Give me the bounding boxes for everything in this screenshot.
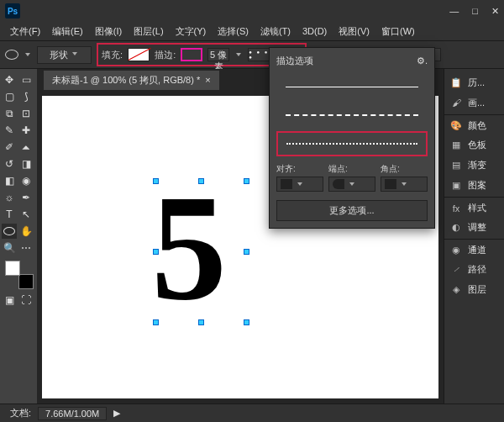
panel-adjustments[interactable]: ◐调整 [444, 217, 504, 237]
corners-icon [385, 179, 396, 189]
close-button[interactable]: ✕ [491, 6, 499, 17]
edit-toolbar[interactable]: ⋯ [18, 240, 34, 256]
panel-layers[interactable]: ◈图层 [444, 279, 504, 299]
status-arrow-icon[interactable]: ▶ [113, 408, 120, 419]
crop-tool[interactable]: ⧉ [2, 106, 17, 121]
stroke-style-dotted[interactable] [276, 131, 428, 156]
transform-handle[interactable] [244, 178, 249, 184]
move-tool[interactable]: ✥ [2, 72, 17, 87]
menu-text[interactable]: 文字(Y) [171, 24, 212, 40]
zoom-tool[interactable]: 🔍 [2, 240, 17, 256]
menu-window[interactable]: 窗口(W) [376, 24, 420, 40]
quickmask-tool[interactable]: ▣ [2, 293, 17, 308]
fill-swatch[interactable] [128, 48, 150, 61]
stroke-width-field[interactable]: 5 像素 [207, 48, 229, 61]
menu-select[interactable]: 选择(S) [213, 24, 254, 40]
maximize-button[interactable]: □ [472, 6, 478, 17]
artboard-tool[interactable]: ▭ [18, 72, 34, 87]
type-tool[interactable]: T [2, 207, 17, 222]
fg-color[interactable] [5, 261, 20, 276]
healing-tool[interactable]: ✚ [18, 123, 34, 138]
panel-swatches[interactable]: ▦色板 [444, 135, 504, 155]
panel-patterns[interactable]: ▣图案 [444, 175, 504, 195]
ellipse-tool[interactable] [2, 224, 17, 239]
status-doc-label: 文档: [10, 407, 31, 419]
path-select-tool[interactable]: ↖ [18, 207, 34, 222]
layers-icon: ◈ [449, 283, 463, 295]
status-filesize[interactable]: 7.66M/1.00M [38, 407, 107, 420]
fill-label: 填充: [102, 49, 123, 61]
history-brush-tool[interactable]: ↺ [2, 156, 17, 171]
pen-tool[interactable]: ✒ [18, 190, 34, 205]
menu-edit[interactable]: 编辑(E) [47, 24, 88, 40]
eraser-tool[interactable]: ◨ [18, 156, 34, 171]
popup-gear-icon[interactable]: ⚙. [417, 55, 428, 66]
titlebar: Ps — □ ✕ [0, 0, 504, 22]
stroke-style-dashed[interactable] [276, 103, 428, 128]
shape-glyph-5[interactable]: 5 [151, 180, 227, 316]
gradient-icon: ▤ [449, 159, 463, 171]
lasso-tool[interactable]: ⟆ [18, 89, 34, 104]
minimize-button[interactable]: — [449, 6, 459, 17]
fx-icon: fx [449, 203, 463, 214]
panel-color[interactable]: 🎨颜色 [444, 114, 504, 135]
transform-handle[interactable] [153, 319, 159, 325]
panel-channels[interactable]: ◉通道 [444, 239, 504, 259]
stroke-align-select[interactable] [276, 177, 323, 192]
frame-tool[interactable]: ⊡ [18, 106, 34, 121]
more-options-button[interactable]: 更多选项... [276, 200, 428, 221]
panel-styles[interactable]: fx样式 [444, 197, 504, 217]
stroke-swatch[interactable] [181, 48, 202, 61]
menu-3d[interactable]: 3D(D) [297, 24, 332, 38]
brush-icon: 🖌 [449, 97, 463, 108]
menu-layer[interactable]: 图层(L) [129, 24, 168, 40]
panel-paths[interactable]: ⟋路径 [444, 259, 504, 279]
stroke-caps-select[interactable] [328, 177, 375, 192]
transform-handle[interactable] [153, 178, 159, 184]
corners-label: 角点: [381, 163, 428, 175]
blur-tool[interactable]: ◉ [18, 173, 34, 188]
status-bar: 文档: 7.66M/1.00M ▶ [0, 404, 504, 422]
marquee-tool[interactable]: ▢ [2, 89, 17, 104]
popup-title: 描边选项 [276, 55, 313, 67]
document-tab[interactable]: 未标题-1 @ 100% (5 拷贝, RGB/8) * × [44, 71, 219, 90]
menu-file[interactable]: 文件(F) [5, 24, 45, 40]
caps-icon [333, 179, 344, 189]
panel-brushes[interactable]: 🖌画... [444, 92, 504, 113]
swatch-icon: ▦ [449, 139, 463, 150]
dodge-tool[interactable]: ☼ [2, 190, 17, 205]
tab-close-icon[interactable]: × [205, 75, 210, 85]
current-tool-icon [5, 50, 18, 60]
screenmode-tool[interactable]: ⛶ [18, 293, 34, 308]
stroke-corners-select[interactable] [381, 177, 428, 192]
channel-icon: ◉ [449, 245, 463, 256]
fg-bg-swatches[interactable] [5, 261, 35, 291]
transform-handle[interactable] [198, 319, 204, 325]
menu-view[interactable]: 视图(V) [333, 24, 375, 40]
gradient-tool[interactable]: ◧ [2, 173, 17, 188]
hand-tool[interactable]: ✋ [18, 224, 34, 239]
caps-label: 端点: [328, 163, 375, 175]
pattern-icon: ▣ [449, 179, 463, 191]
transform-handle[interactable] [244, 319, 249, 325]
document-title: 未标题-1 @ 100% (5 拷贝, RGB/8) * [52, 74, 200, 87]
tool-preset-dropdown[interactable] [24, 50, 32, 59]
transform-handle[interactable] [244, 249, 249, 255]
stamp-tool[interactable]: ⏶ [18, 140, 34, 155]
brush-tool[interactable]: ✐ [2, 140, 17, 155]
menu-image[interactable]: 图像(I) [90, 24, 127, 40]
transform-handle[interactable] [153, 249, 159, 255]
app-logo: Ps [5, 3, 20, 18]
stroke-options-popup: 描边选项 ⚙. 对齐: 端点: 角点: 更多选项... [269, 47, 435, 229]
stroke-style-solid[interactable] [276, 74, 428, 99]
menu-filter[interactable]: 滤镜(T) [255, 24, 296, 40]
bg-color[interactable] [18, 274, 34, 289]
panel-gradients[interactable]: ▤渐变 [444, 155, 504, 175]
eyedropper-tool[interactable]: ✎ [2, 123, 17, 138]
tools-panel: ✥ ▭ ▢ ⟆ ⧉ ⊡ ✎ ✚ ✐ ⏶ ↺ ◨ ◧ ◉ ☼ ✒ T ↖ ✋ 🔍 … [0, 69, 37, 404]
right-panels: 📋历... 🖌画... 🎨颜色 ▦色板 ▤渐变 ▣图案 fx样式 ◐调整 ◉通道… [444, 69, 504, 404]
shape-mode-select[interactable]: 形状 [37, 46, 92, 64]
panel-history[interactable]: 📋历... [444, 72, 504, 92]
transform-handle[interactable] [198, 178, 204, 184]
stroke-width-dropdown[interactable] [234, 50, 243, 59]
